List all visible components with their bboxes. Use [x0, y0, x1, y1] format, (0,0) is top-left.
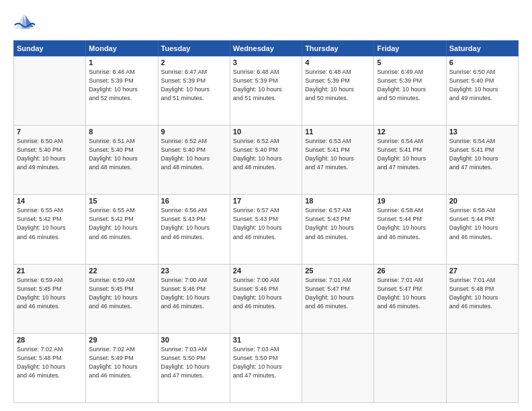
calendar-cell: 5Sunrise: 6:49 AMSunset: 5:39 PMDaylight…: [374, 56, 446, 126]
calendar-cell: 2Sunrise: 6:47 AMSunset: 5:39 PMDaylight…: [158, 56, 230, 126]
day-info: Sunrise: 7:03 AMSunset: 5:50 PMDaylight:…: [161, 345, 227, 380]
calendar-cell: [374, 333, 446, 402]
day-info: Sunrise: 6:51 AMSunset: 5:40 PMDaylight:…: [89, 137, 154, 172]
day-number: 12: [377, 128, 443, 136]
calendar-cell: 23Sunrise: 7:00 AMSunset: 5:46 PMDayligh…: [158, 264, 230, 333]
day-number: 22: [89, 267, 154, 275]
calendar-week-4: 21Sunrise: 6:59 AMSunset: 5:45 PMDayligh…: [14, 264, 519, 333]
calendar-cell: 15Sunrise: 6:55 AMSunset: 5:42 PMDayligh…: [86, 195, 158, 264]
calendar-cell: 25Sunrise: 7:01 AMSunset: 5:47 PMDayligh…: [302, 264, 374, 333]
day-number: 26: [377, 267, 443, 275]
day-number: 11: [305, 128, 371, 136]
calendar-cell: 18Sunrise: 6:57 AMSunset: 5:43 PMDayligh…: [302, 195, 374, 264]
calendar-week-2: 7Sunrise: 6:50 AMSunset: 5:40 PMDaylight…: [14, 126, 519, 195]
calendar-cell: 21Sunrise: 6:59 AMSunset: 5:45 PMDayligh…: [14, 264, 86, 333]
calendar-header-sunday: Sunday: [14, 41, 86, 56]
calendar-cell: 30Sunrise: 7:03 AMSunset: 5:50 PMDayligh…: [158, 333, 230, 402]
day-number: 6: [449, 58, 515, 66]
calendar-cell: 26Sunrise: 7:01 AMSunset: 5:47 PMDayligh…: [374, 264, 446, 333]
calendar-cell: 17Sunrise: 6:57 AMSunset: 5:43 PMDayligh…: [230, 195, 302, 264]
day-number: 30: [161, 336, 227, 344]
calendar-cell: [446, 333, 518, 402]
day-number: 31: [233, 336, 299, 344]
day-info: Sunrise: 6:59 AMSunset: 5:45 PMDaylight:…: [89, 276, 154, 311]
calendar-cell: 8Sunrise: 6:51 AMSunset: 5:40 PMDaylight…: [86, 126, 158, 195]
day-info: Sunrise: 6:53 AMSunset: 5:41 PMDaylight:…: [305, 137, 371, 172]
calendar-cell: 24Sunrise: 7:00 AMSunset: 5:46 PMDayligh…: [230, 264, 302, 333]
day-info: Sunrise: 6:48 AMSunset: 5:39 PMDaylight:…: [305, 68, 371, 103]
day-number: 16: [161, 197, 227, 205]
calendar-cell: 4Sunrise: 6:48 AMSunset: 5:39 PMDaylight…: [302, 56, 374, 126]
day-number: 18: [305, 197, 371, 205]
day-number: 23: [161, 267, 227, 275]
day-number: 7: [17, 128, 83, 136]
calendar-cell: 6Sunrise: 6:50 AMSunset: 5:40 PMDaylight…: [446, 56, 518, 126]
day-info: Sunrise: 7:02 AMSunset: 5:48 PMDaylight:…: [17, 345, 83, 380]
calendar-header-monday: Monday: [86, 41, 158, 56]
day-info: Sunrise: 6:52 AMSunset: 5:40 PMDaylight:…: [233, 137, 299, 172]
calendar-cell: [302, 333, 374, 402]
day-number: 10: [233, 128, 299, 136]
day-number: 27: [449, 267, 515, 275]
day-number: 29: [89, 336, 154, 344]
calendar-cell: [14, 56, 86, 126]
calendar-cell: 13Sunrise: 6:54 AMSunset: 5:41 PMDayligh…: [446, 126, 518, 195]
calendar-cell: 1Sunrise: 6:46 AMSunset: 5:39 PMDaylight…: [86, 56, 158, 126]
day-info: Sunrise: 7:02 AMSunset: 5:49 PMDaylight:…: [89, 345, 154, 380]
day-info: Sunrise: 7:01 AMSunset: 5:48 PMDaylight:…: [449, 276, 515, 311]
day-number: 13: [449, 128, 515, 136]
day-info: Sunrise: 7:03 AMSunset: 5:50 PMDaylight:…: [233, 345, 299, 380]
day-info: Sunrise: 6:52 AMSunset: 5:40 PMDaylight:…: [161, 137, 227, 172]
calendar-cell: 19Sunrise: 6:58 AMSunset: 5:44 PMDayligh…: [374, 195, 446, 264]
calendar-header-row: SundayMondayTuesdayWednesdayThursdayFrid…: [14, 41, 519, 56]
day-info: Sunrise: 6:50 AMSunset: 5:40 PMDaylight:…: [449, 68, 515, 103]
calendar-week-1: 1Sunrise: 6:46 AMSunset: 5:39 PMDaylight…: [14, 56, 519, 126]
logo: [13, 12, 38, 34]
day-number: 4: [305, 58, 371, 66]
day-info: Sunrise: 6:59 AMSunset: 5:45 PMDaylight:…: [17, 276, 83, 311]
page: SundayMondayTuesdayWednesdayThursdayFrid…: [0, 0, 532, 411]
day-info: Sunrise: 6:49 AMSunset: 5:39 PMDaylight:…: [377, 68, 443, 103]
calendar-week-5: 28Sunrise: 7:02 AMSunset: 5:48 PMDayligh…: [14, 333, 519, 402]
calendar-table: SundayMondayTuesdayWednesdayThursdayFrid…: [13, 40, 519, 403]
day-number: 25: [305, 267, 371, 275]
calendar-cell: 7Sunrise: 6:50 AMSunset: 5:40 PMDaylight…: [14, 126, 86, 195]
day-number: 5: [377, 58, 443, 66]
calendar-cell: 9Sunrise: 6:52 AMSunset: 5:40 PMDaylight…: [158, 126, 230, 195]
day-number: 17: [233, 197, 299, 205]
day-number: 9: [161, 128, 227, 136]
calendar-header-saturday: Saturday: [446, 41, 518, 56]
calendar-cell: 11Sunrise: 6:53 AMSunset: 5:41 PMDayligh…: [302, 126, 374, 195]
day-number: 24: [233, 267, 299, 275]
calendar-cell: 22Sunrise: 6:59 AMSunset: 5:45 PMDayligh…: [86, 264, 158, 333]
calendar-cell: 12Sunrise: 6:54 AMSunset: 5:41 PMDayligh…: [374, 126, 446, 195]
day-info: Sunrise: 6:46 AMSunset: 5:39 PMDaylight:…: [89, 68, 154, 103]
day-number: 15: [89, 197, 154, 205]
calendar-cell: 10Sunrise: 6:52 AMSunset: 5:40 PMDayligh…: [230, 126, 302, 195]
day-info: Sunrise: 7:01 AMSunset: 5:47 PMDaylight:…: [305, 276, 371, 311]
day-info: Sunrise: 6:50 AMSunset: 5:40 PMDaylight:…: [17, 137, 83, 172]
day-info: Sunrise: 6:58 AMSunset: 5:44 PMDaylight:…: [449, 206, 515, 241]
calendar-cell: 3Sunrise: 6:48 AMSunset: 5:39 PMDaylight…: [230, 56, 302, 126]
day-info: Sunrise: 6:58 AMSunset: 5:44 PMDaylight:…: [377, 206, 443, 241]
calendar-header-wednesday: Wednesday: [230, 41, 302, 56]
day-info: Sunrise: 6:54 AMSunset: 5:41 PMDaylight:…: [449, 137, 515, 172]
calendar-week-3: 14Sunrise: 6:55 AMSunset: 5:42 PMDayligh…: [14, 195, 519, 264]
header: [13, 12, 519, 34]
calendar-cell: 20Sunrise: 6:58 AMSunset: 5:44 PMDayligh…: [446, 195, 518, 264]
day-info: Sunrise: 6:48 AMSunset: 5:39 PMDaylight:…: [233, 68, 299, 103]
day-number: 1: [89, 58, 154, 66]
day-number: 20: [449, 197, 515, 205]
calendar-cell: 27Sunrise: 7:01 AMSunset: 5:48 PMDayligh…: [446, 264, 518, 333]
calendar-cell: 28Sunrise: 7:02 AMSunset: 5:48 PMDayligh…: [14, 333, 86, 402]
calendar-cell: 29Sunrise: 7:02 AMSunset: 5:49 PMDayligh…: [86, 333, 158, 402]
calendar-header-thursday: Thursday: [302, 41, 374, 56]
calendar-header-friday: Friday: [374, 41, 446, 56]
day-number: 28: [17, 336, 83, 344]
day-info: Sunrise: 6:55 AMSunset: 5:42 PMDaylight:…: [17, 206, 83, 241]
day-info: Sunrise: 6:54 AMSunset: 5:41 PMDaylight:…: [377, 137, 443, 172]
day-number: 14: [17, 197, 83, 205]
day-info: Sunrise: 6:57 AMSunset: 5:43 PMDaylight:…: [233, 206, 299, 241]
day-number: 8: [89, 128, 154, 136]
day-info: Sunrise: 6:47 AMSunset: 5:39 PMDaylight:…: [161, 68, 227, 103]
